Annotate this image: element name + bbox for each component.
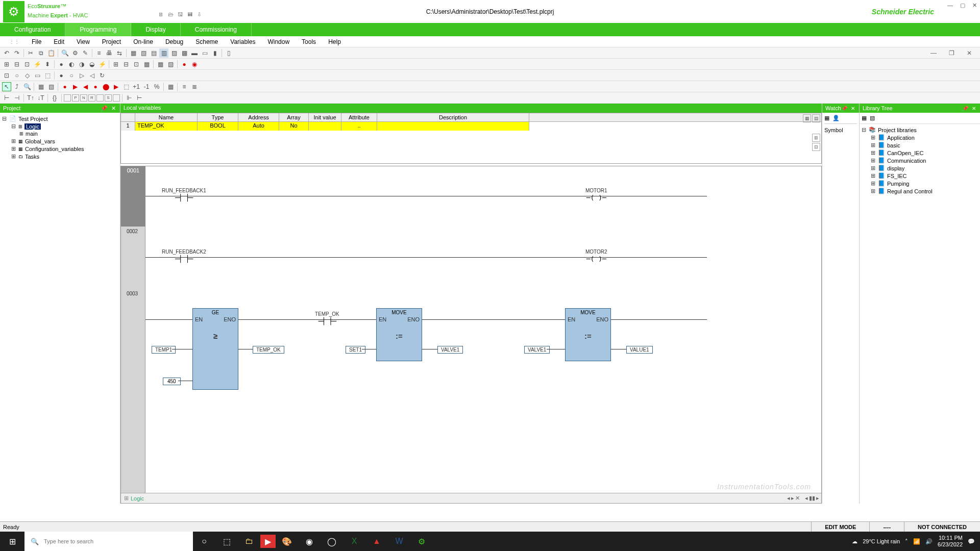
tag-valve1-out[interactable]: VALVE1 <box>437 346 463 354</box>
menu-window[interactable]: Window <box>262 37 295 46</box>
watch-grid-icon[interactable]: ▦ <box>824 115 829 121</box>
lib-regul[interactable]: ⊞📘Regul and Control <box>861 187 979 195</box>
menu-edit[interactable]: Edit <box>48 37 69 46</box>
menu-view[interactable]: View <box>71 37 95 46</box>
tag-set1[interactable]: SET1 <box>346 346 365 354</box>
tab-programming[interactable]: Programming <box>65 23 131 36</box>
lib-display[interactable]: ⊞📘display <box>861 164 979 172</box>
contact-run-feedback2[interactable]: RUN_FEEDBACK2─┤ ├─ <box>162 249 206 263</box>
save-all-icon[interactable]: 🖬 <box>187 11 193 18</box>
menu-debug[interactable]: Debug <box>160 37 188 46</box>
project-tree[interactable]: ⊟📄Test Project ⊟⊞Logic ⊞main ⊞▦Global_va… <box>0 113 120 504</box>
menu-tools[interactable]: Tools <box>297 37 321 46</box>
col-array[interactable]: Array <box>279 113 309 121</box>
tree-root[interactable]: ⊟📄Test Project <box>1 115 119 122</box>
lib-view1-icon[interactable]: ▦ <box>862 115 867 121</box>
taskbar-explorer-icon[interactable]: 🗀 <box>238 532 260 551</box>
taskbar-cortana-icon[interactable]: ⬚ <box>215 532 238 551</box>
print-icon[interactable]: 🖶 <box>105 48 114 58</box>
tag-valve1-in[interactable]: VALVE1 <box>524 346 550 354</box>
rung-0001[interactable]: 0001 <box>121 166 145 227</box>
lib-pumping[interactable]: ⊞📘Pumping <box>861 180 979 187</box>
tree-config-vars[interactable]: ⊞▦Configuration_variables <box>1 145 119 153</box>
taskbar-search[interactable]: 🔍 Type here to search <box>24 532 193 551</box>
col-description[interactable]: Description <box>377 113 529 121</box>
cut-icon[interactable]: ✂ <box>26 48 35 58</box>
download-icon[interactable]: ⇩ <box>197 11 202 18</box>
fb-move-2[interactable]: MOVE ENENO := <box>565 308 611 361</box>
tray-weather[interactable]: 29°C Light rain <box>863 538 900 544</box>
library-tree[interactable]: ⊟📚Project libraries ⊞📘Application ⊞📘basi… <box>860 124 980 197</box>
save-icon[interactable]: 🖫 <box>178 11 183 18</box>
taskbar-excel-icon[interactable]: X <box>343 532 365 551</box>
watch-user-icon[interactable]: 👤 <box>832 115 840 121</box>
menu-file[interactable]: File <box>27 37 46 46</box>
menu-online[interactable]: On-line <box>128 37 158 46</box>
close-icon[interactable]: ✕ <box>972 2 977 9</box>
col-address[interactable]: Address <box>238 113 279 121</box>
tray-clock[interactable]: 10:11 PM6/23/2022 <box>938 535 963 548</box>
tray-weather-icon[interactable]: ☁ <box>852 538 857 545</box>
tray-chevron-icon[interactable]: ˄ <box>905 538 908 545</box>
new-doc-icon[interactable]: 🗎 <box>158 11 164 18</box>
lib-canopen[interactable]: ⊞📘CanOpen_IEC <box>861 149 979 157</box>
tree-main[interactable]: ⊞main <box>1 130 119 137</box>
ladder-editor[interactable]: 0001 RUN_FEEDBACK1─┤ ├─ MOTOR1─( )─ 0002… <box>120 166 822 504</box>
coil-motor1[interactable]: MOTOR1─( )─ <box>585 188 607 202</box>
taskbar-pdf-icon[interactable]: ▲ <box>365 532 388 551</box>
local-vars-table[interactable]: Name Type Address Array Init value Attri… <box>120 113 822 164</box>
mdi-close-icon[interactable]: ✕ <box>962 48 977 58</box>
tree-global-vars[interactable]: ⊞▦Global_vars <box>1 137 119 145</box>
tab-configuration[interactable]: Configuration <box>0 23 65 36</box>
menu-project[interactable]: Project <box>97 37 126 46</box>
lib-view2-icon[interactable]: ▧ <box>870 115 875 121</box>
col-init[interactable]: Init value <box>309 113 341 121</box>
vars-side-icons[interactable]: ⊞⊟ <box>812 134 820 151</box>
copy-icon[interactable]: ⧉ <box>36 48 45 58</box>
task-view-icon[interactable]: ○ <box>193 532 215 551</box>
fb-ge[interactable]: GE ENENO ≥ <box>192 308 238 390</box>
tag-temp1[interactable]: TEMP1 <box>152 346 176 354</box>
const-450[interactable]: 450 <box>163 378 181 385</box>
lib-application[interactable]: ⊞📘Application <box>861 134 979 141</box>
tab-commissioning[interactable]: Commissioning <box>181 23 252 36</box>
menu-scheme[interactable]: Scheme <box>190 37 223 46</box>
menu-variables[interactable]: Variables <box>225 37 260 46</box>
fb-move-1[interactable]: MOVE ENENO := <box>376 308 422 361</box>
watch-col-symbol[interactable]: Symbol <box>824 124 857 133</box>
tab-display[interactable]: Display <box>131 23 180 36</box>
lib-communication[interactable]: ⊞📘Communication <box>861 157 979 164</box>
tray-volume-icon[interactable]: 🔊 <box>925 538 933 545</box>
taskbar-word-icon[interactable]: W <box>388 532 410 551</box>
rung-0003[interactable]: 0003 <box>121 291 143 296</box>
doc-tab-logic[interactable]: Logic <box>131 495 144 502</box>
lib-fsiec[interactable]: ⊞📘FS_IEC <box>861 172 979 180</box>
contact-temp-ok[interactable]: TEMP_OK─┤ ├─ <box>315 311 339 325</box>
vars-view-icons[interactable]: ▦▤ <box>803 114 820 122</box>
taskbar-app1-icon[interactable]: ▶ <box>260 535 276 548</box>
taskbar-hvac-icon[interactable]: ⚙ <box>410 532 433 551</box>
mdi-minimize-icon[interactable]: — <box>925 48 942 58</box>
lib-basic[interactable]: ⊞📘basic <box>861 141 979 149</box>
tag-value1[interactable]: VALUE1 <box>626 346 653 354</box>
tag-temp-ok-out[interactable]: TEMP_OK <box>253 346 284 354</box>
undo-icon[interactable]: ↶ <box>2 48 11 58</box>
col-name[interactable]: Name <box>135 113 198 121</box>
taskbar-browser-icon[interactable]: ◯ <box>321 532 343 551</box>
maximize-icon[interactable]: ▢ <box>960 2 965 9</box>
tray-notifications-icon[interactable]: 💬 <box>968 538 975 545</box>
open-folder-icon[interactable]: 🗁 <box>168 11 174 18</box>
tree-tasks[interactable]: ⊞🗀Tasks <box>1 153 119 160</box>
coil-motor2[interactable]: MOTOR2─( )─ <box>585 249 607 263</box>
find-icon[interactable]: 🔍 <box>60 48 69 58</box>
menu-help[interactable]: Help <box>323 37 346 46</box>
redo-icon[interactable]: ↷ <box>12 48 21 58</box>
mdi-restore-icon[interactable]: ❐ <box>944 48 960 58</box>
taskbar-paint-icon[interactable]: 🎨 <box>276 532 298 551</box>
rung-0002[interactable]: 0002 <box>121 229 143 234</box>
tray-network-icon[interactable]: 📶 <box>913 538 920 545</box>
tree-logic[interactable]: ⊟⊞Logic <box>1 122 119 130</box>
panel-close-icon[interactable]: ✕ <box>111 105 117 111</box>
taskbar-chrome-icon[interactable]: ◉ <box>298 532 321 551</box>
pin-icon[interactable]: 📌 <box>101 105 109 111</box>
